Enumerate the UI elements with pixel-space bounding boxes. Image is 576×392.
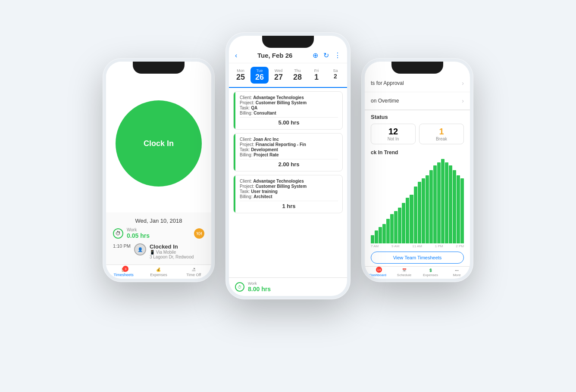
clocked-in-status: Clocked In [150, 243, 204, 250]
break-count: 1 [423, 127, 460, 137]
entry-billing-2: Billing: Project Rate [240, 152, 338, 157]
back-button[interactable]: ‹ [235, 52, 237, 59]
time-entry-1[interactable]: Client: Advantage Technologies Project: … [233, 91, 343, 130]
notch-left [133, 62, 185, 74]
bar-1 [375, 230, 378, 243]
bar-14 [426, 175, 429, 243]
entry-client: Client: Advantage Technologies [240, 95, 338, 100]
clock-in-label: Clock In [144, 139, 174, 148]
bar-11 [414, 187, 417, 243]
day-tue[interactable]: Tue 26 [250, 67, 269, 84]
day-sat[interactable]: Sa 2 [326, 67, 344, 84]
work-label: Work [127, 227, 150, 232]
entry-billing: Billing: Consultant [240, 111, 338, 115]
list-item-approval[interactable]: ts for Approval › [365, 75, 470, 92]
schedule-icon: 📅 [402, 268, 407, 272]
bar-18 [441, 159, 445, 243]
tab-timesheets[interactable]: 📋 3 Timesheets [106, 268, 141, 277]
left-tab-bar: 📋 3 Timesheets 💰 Expenses 🏖 Time Off [106, 264, 211, 279]
tab-expenses[interactable]: 💰 Expenses [141, 268, 176, 277]
entry-hours-2: 2.00 hrs [240, 159, 338, 168]
entry-project-3: Project: Customer Billing System [240, 184, 338, 189]
bar-4 [386, 219, 390, 243]
phone-right: ts for Approval › on Overtime › Status 1… [361, 58, 473, 282]
bar-6 [394, 211, 398, 243]
time-entries: Client: Advantage Technologies Project: … [229, 88, 347, 277]
entry-hours-3: 1 hrs [240, 201, 338, 209]
bar-7 [398, 208, 401, 243]
list-item-overtime[interactable]: on Overtime › [365, 92, 470, 110]
avatar: 👤 [134, 243, 146, 255]
add-icon[interactable]: ⊕ [313, 51, 318, 59]
overtime-label: on Overtime [371, 98, 399, 104]
refresh-icon[interactable]: ↻ [323, 51, 329, 59]
footer-work-label: Work [248, 281, 271, 286]
bar-22 [457, 175, 460, 243]
time-entry-2[interactable]: Client: Joan Arc Inc Project: Financial … [233, 133, 343, 171]
not-in-label: Not In [375, 137, 412, 141]
phones-container: Clock In Wed, Jan 10, 2018 ⏱ Work 0.05 h… [94, 24, 482, 368]
entry-project: Project: Customer Billing System [240, 100, 338, 105]
day-selector: Mon 25 Tue 26 Wed 27 Thu 28 [229, 63, 347, 88]
entry-client-2: Client: Joan Arc Inc [240, 137, 338, 142]
right-list: ts for Approval › on Overtime › [365, 75, 470, 110]
clock-in-button[interactable]: Clock In [116, 100, 202, 187]
entry-billing-3: Billing: Architect [240, 194, 338, 199]
tab-dashboard[interactable]: ⊞ 14 Dashboard [365, 268, 391, 277]
break-label: Break [423, 137, 460, 141]
meal-icon: 🍽 [194, 228, 204, 239]
footer-work-icon: ⏱ [235, 282, 244, 292]
day-fri[interactable]: Fri 1 [307, 67, 326, 84]
view-team-button[interactable]: View Team Timesheets [371, 252, 464, 264]
chart-x-labels: 7 AM 9 AM 11 AM 1 PM 2 PM [371, 243, 464, 249]
center-footer: ⏱ Work 8.00 hrs [229, 277, 347, 296]
day-thu[interactable]: Thu 28 [288, 67, 307, 84]
entry-task-2: Task: Development [240, 147, 338, 152]
footer-work-hours: 8.00 hrs [248, 286, 271, 292]
bar-9 [406, 198, 409, 243]
bar-17 [437, 162, 441, 243]
status-grid: 12 Not In 1 Break [365, 122, 470, 148]
dashboard-badge: 14 [376, 267, 382, 273]
right-tab-bar: ⊞ 14 Dashboard 📅 Schedule 💲 Expenses [365, 266, 470, 279]
expenses-icon-right: 💲 [429, 268, 433, 272]
bar-2 [379, 227, 382, 243]
tab-timeoff[interactable]: 🏖 Time Off [176, 268, 211, 277]
approval-label: ts for Approval [371, 80, 404, 86]
bar-13 [422, 178, 425, 243]
bar-23 [460, 178, 464, 243]
bar-21 [453, 170, 456, 243]
chevron-icon-1: › [462, 80, 464, 87]
tab-schedule[interactable]: 📅 Schedule [391, 268, 417, 277]
entry-hours-1: 5.00 hrs [240, 117, 338, 126]
day-mon[interactable]: Mon 25 [232, 67, 250, 84]
entry-project-2: Project: Financial Reporting - Fin [240, 142, 338, 147]
bar-15 [429, 170, 433, 243]
entry-task: Task: QA [240, 106, 338, 110]
chevron-icon-2: › [462, 97, 464, 104]
center-date: Tue, Feb 26 [257, 52, 292, 59]
timesheets-badge: 3 [122, 266, 128, 272]
day-wed[interactable]: Wed 27 [269, 67, 288, 84]
bar-10 [410, 195, 413, 243]
entry-client-3: Client: Advantage Technologies [240, 179, 338, 184]
more-icon[interactable]: ⋮ [334, 51, 341, 59]
tab-expenses-right[interactable]: 💲 Expenses [417, 268, 444, 277]
notch-right [391, 62, 443, 74]
entry-task-3: Task: User training [240, 189, 338, 194]
notch-center [262, 36, 314, 48]
status-card-break: 1 Break [419, 124, 464, 144]
phone-left: Clock In Wed, Jan 10, 2018 ⏱ Work 0.05 h… [103, 58, 215, 282]
bar-12 [418, 182, 421, 243]
timeoff-icon: 🏖 [192, 268, 196, 272]
more-dots-icon: ••• [455, 268, 458, 272]
bar-8 [402, 203, 405, 243]
not-in-count: 12 [375, 127, 412, 137]
tab-more[interactable]: ••• More [444, 268, 470, 277]
bar-chart [371, 159, 464, 243]
current-date: Wed, Jan 10, 2018 [113, 218, 204, 224]
time-entry-3[interactable]: Client: Advantage Technologies Project: … [233, 175, 343, 213]
trend-title: ck In Trend [365, 148, 470, 157]
bar-16 [433, 165, 437, 243]
bar-5 [390, 214, 394, 243]
